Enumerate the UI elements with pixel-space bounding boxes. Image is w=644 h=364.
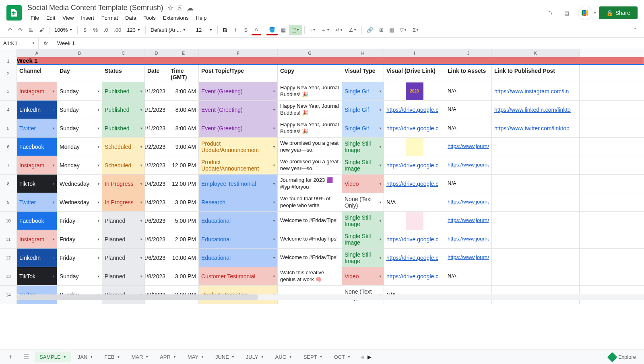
h-align-icon[interactable]: ≡ ▼ (307, 25, 318, 35)
cell-assets-link[interactable]: https://www.journalingwithfrien (445, 193, 492, 211)
sheet-tab[interactable]: SEPT ▼ (299, 352, 328, 362)
cell-status[interactable]: Published▼ (102, 101, 145, 119)
cell-copy[interactable]: We found that 99% of people who write (278, 193, 342, 211)
cell-date[interactable]: 1/2/2023 (145, 138, 168, 156)
col-header[interactable]: K (492, 49, 580, 57)
cell-topic[interactable]: Event (Greeting)▼ (199, 101, 278, 119)
cell-channel[interactable]: LinkedIn▼ (17, 249, 57, 267)
hdr-topic[interactable]: Post Topic/Type (199, 65, 278, 82)
cell-status[interactable]: In Progress▼ (102, 193, 145, 211)
menu-help[interactable]: Help (192, 13, 210, 23)
cell-copy[interactable]: Welcome to #FridayTips! (278, 230, 342, 248)
cell-day[interactable]: Sunday▼ (57, 119, 102, 137)
cell-status[interactable]: Scheduled▼ (102, 156, 145, 174)
cell-drive-link[interactable]: https://drive.google.c (384, 119, 445, 137)
sheet-tab[interactable]: APR ▼ (155, 352, 181, 362)
cell-time[interactable]: 12:00 PM (168, 175, 199, 193)
cell-topic[interactable]: Employee Testimonial▼ (199, 175, 278, 193)
menu-data[interactable]: Data (122, 13, 139, 23)
fill-color-icon[interactable]: 🪣 (266, 25, 278, 35)
italic-icon[interactable]: I (231, 25, 240, 35)
cell-topic[interactable]: Educational▼ (199, 230, 278, 248)
wrap-icon[interactable]: ↵ ▼ (333, 25, 345, 35)
hdr-drive[interactable]: Visual (Drive Link) (384, 65, 445, 82)
cell-published-link[interactable]: https://www.twitter.com/linktop (492, 119, 580, 137)
select-all-corner[interactable] (0, 49, 17, 57)
cell-status[interactable]: Published▼ (102, 82, 145, 100)
decrease-decimal-icon[interactable]: .0 (101, 25, 111, 35)
cell-date[interactable]: 1/8/2023 (145, 267, 168, 285)
cell-day[interactable]: Wednesday▼ (57, 175, 102, 193)
explore-button[interactable]: Explore (604, 351, 641, 363)
redo-icon[interactable]: ↷ (15, 25, 25, 35)
row-header[interactable]: 9 (0, 193, 17, 211)
insert-comment-icon[interactable]: ⊞ (376, 25, 386, 35)
cell-time[interactable]: 8:00 AM (168, 119, 199, 137)
strikethrough-icon[interactable]: S (241, 25, 251, 35)
cell-visual-type[interactable]: Single Still Image▼ (342, 212, 384, 230)
cell-copy[interactable]: We promised you a great new year—so, (278, 138, 342, 156)
tab-scroll-left-icon[interactable]: ◀ (360, 354, 364, 360)
insert-chart-icon[interactable]: ▥ (387, 25, 396, 35)
cell-time[interactable]: 8:00 AM (168, 82, 199, 100)
cell-time[interactable]: 3:00 PM (168, 267, 199, 285)
currency-icon[interactable]: $ (80, 25, 90, 35)
cell-published-link[interactable] (492, 267, 580, 285)
cell-time[interactable]: 10:00 AM (168, 249, 199, 267)
col-header[interactable]: F (199, 49, 278, 57)
cell-channel[interactable]: Instagram▼ (17, 82, 57, 100)
formula-input[interactable]: Week 1 (53, 40, 644, 46)
cell-time[interactable]: 3:00 PM (168, 193, 199, 211)
hdr-date[interactable]: Date (145, 65, 168, 82)
cell-topic[interactable]: Product Update/Announcement▼ (199, 138, 278, 156)
cell-assets-link[interactable]: https://www.journalingwithfrien (445, 138, 492, 156)
cell-status[interactable]: Planned▼ (102, 249, 145, 267)
cell-topic[interactable]: Customer Testimonial▼ (199, 267, 278, 285)
menu-view[interactable]: View (59, 13, 77, 23)
row-header[interactable]: 12 (0, 249, 17, 267)
cell-date[interactable]: 1/2/2023 (145, 156, 168, 174)
hdr-copy[interactable]: Copy (278, 65, 342, 82)
cell-channel[interactable]: Facebook▼ (17, 138, 57, 156)
cell-channel[interactable]: LinkedIn▼ (17, 101, 57, 119)
name-box[interactable]: A1:K1▼ (0, 38, 39, 49)
cell-drive-link[interactable]: https://drive.google.c (384, 249, 445, 267)
cell-copy[interactable]: Happy New Year, Journal Buddies! 🎉 (278, 119, 342, 137)
cell-date[interactable]: 1/1/2023 (145, 101, 168, 119)
cell-drive-link[interactable]: https://drive.google.c (384, 267, 445, 285)
row-header[interactable]: 4 (0, 101, 17, 119)
cell-day[interactable]: Sunday▼ (57, 267, 102, 285)
cell-topic[interactable]: Event (Greeting)▼ (199, 82, 278, 100)
cell-date[interactable]: 1/4/2023 (145, 193, 168, 211)
merge-cells-icon[interactable]: ⬚ ▼ (289, 25, 302, 35)
bold-icon[interactable]: B (220, 25, 230, 35)
share-button[interactable]: 🔒 Share (599, 6, 638, 19)
rotate-icon[interactable]: ∠ ▼ (346, 25, 359, 35)
col-header[interactable]: B (57, 49, 102, 57)
cell-visual-type[interactable]: Video▼ (342, 267, 384, 285)
menu-insert[interactable]: Insert (78, 13, 97, 23)
cell-topic[interactable]: Event (Greeting)▼ (199, 119, 278, 137)
cell-day[interactable]: Wednesday▼ (57, 193, 102, 211)
cell-date[interactable]: 1/6/2023 (145, 230, 168, 248)
cell-visual-type[interactable]: Single Still Image▼ (342, 249, 384, 267)
cell-copy[interactable]: Happy New Year, Journal Buddies! 🎉 (278, 101, 342, 119)
borders-icon[interactable]: ▦ (279, 25, 288, 35)
cell-drive-link[interactable]: N/A (384, 193, 445, 211)
cell-assets-link[interactable]: N/A (445, 119, 492, 137)
cell-topic[interactable]: Research▼ (199, 193, 278, 211)
cell-assets-link[interactable]: https://www.journalingwithfrien (445, 230, 492, 248)
all-sheets-icon[interactable]: ☰ (19, 351, 33, 363)
cell-copy[interactable]: Welcome to #FridayTips! (278, 249, 342, 267)
cell-assets-link[interactable]: https://www.journalingwithfrien (445, 249, 492, 267)
row-header[interactable]: 7 (0, 156, 17, 174)
cell-channel[interactable]: Instagram▼ (17, 156, 57, 174)
menu-file[interactable]: File (27, 13, 42, 23)
hdr-channel[interactable]: Channel (17, 65, 57, 82)
percent-icon[interactable]: % (91, 25, 100, 35)
row-header[interactable]: 10 (0, 212, 17, 230)
cell-status[interactable]: In Progress▼ (102, 175, 145, 193)
cell-status[interactable]: Planned▼ (102, 267, 145, 285)
v-align-icon[interactable]: ⫨ ▼ (319, 25, 332, 35)
cell-time[interactable]: 9:00 AM (168, 138, 199, 156)
